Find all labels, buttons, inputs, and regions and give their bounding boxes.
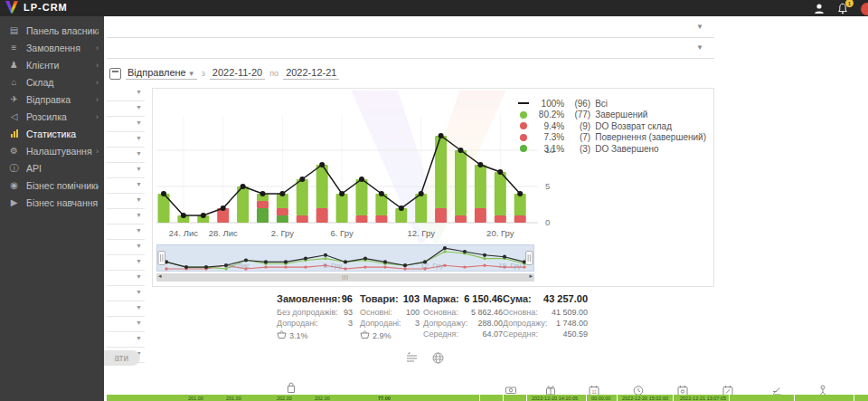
side-filter-select[interactable]: ▼ [107,194,145,209]
legend-count: (9) [564,121,590,131]
legend-item[interactable]: 3.1%(3)DO Завершено [517,143,706,155]
user-icon[interactable] [812,1,826,15]
line-point[interactable] [299,177,305,182]
bar-segment-returns[interactable] [316,208,328,223]
side-filter-select[interactable]: ▼ [107,209,145,224]
legend-item[interactable]: 7.3%(7)Повернення (завершений) [517,132,706,144]
bar-segment-returns[interactable] [257,201,269,208]
bar-segment-zavershenyi[interactable] [297,179,308,215]
summary-value: 96 [342,293,353,304]
side-filter-select[interactable]: ▼ [107,271,145,286]
legend-item[interactable]: 9.4%(9)DO Возврат склад [517,120,706,132]
logout-icon[interactable] [859,1,868,15]
line-point[interactable] [419,191,424,196]
bar-segment-returns[interactable] [514,215,526,223]
globe-icon[interactable] [431,351,446,366]
side-filter-select[interactable]: ▼ [107,86,145,101]
navigator-right-handle[interactable] [526,252,533,265]
side-filter-select[interactable]: ▼ [107,224,145,240]
sidebar-item-dashboard[interactable]: ▤Панель власника [0,22,104,39]
top-filter-select-2[interactable]: ▼ [107,39,714,59]
line-point[interactable] [439,133,444,138]
side-filter-select[interactable]: ▼ [107,148,145,163]
sidebar-item-orders[interactable]: ≡Замовлення› [0,39,104,56]
bar-segment-zavershenyi[interactable] [475,165,486,208]
side-filter-select[interactable]: ▼ [107,317,145,332]
line-point[interactable] [241,184,246,189]
bar-segment-returns[interactable] [277,208,288,215]
bar-segment-returns[interactable] [455,215,467,223]
bar-segment-zavershenyi[interactable] [336,194,348,223]
sidebar-item-megaphone[interactable]: ◁Розсилка› [0,108,104,125]
bar-segment-zavershenyi[interactable] [415,194,427,223]
side-filter-select[interactable]: ▼ [107,255,145,271]
line-point[interactable] [319,162,325,167]
navigator-left-handle[interactable] [158,252,165,265]
sidebar-item-statistics[interactable]: Статистика [0,125,104,142]
line-point[interactable] [359,177,364,182]
bar-segment-returns[interactable] [297,215,308,223]
sidebar-item-clients[interactable]: ♟Клієнти› [0,56,104,73]
line-point[interactable] [477,162,483,167]
bar-segment-zavershenyi[interactable] [356,179,368,215]
navigator-label: 5. Гру [323,262,342,270]
bar-segment-zavershenyi[interactable] [495,172,506,215]
sidebar-item-settings[interactable]: ⚙Налаштування› [0,142,104,159]
side-filter-select[interactable]: ▼ [107,178,145,194]
sidebar-item-training[interactable]: ▶Бізнес навчання [0,194,104,211]
line-point[interactable] [458,148,464,153]
top-filter-select-1[interactable]: ▼ [107,18,714,38]
bar-segment-returns[interactable] [475,208,486,223]
bar-segment-returns[interactable] [495,215,506,223]
date-to-input[interactable]: 2022-12-21 [283,67,339,80]
line-point[interactable] [260,191,266,196]
bar-segment-zavershenyi[interactable] [514,194,526,215]
side-filter-select[interactable]: ▼ [107,163,145,178]
side-filter-select[interactable]: ▼ [107,101,145,117]
summary-title-row: Товари:103 [360,293,420,304]
line-point[interactable] [399,205,404,211]
side-filter-select[interactable]: ▼ [107,240,145,255]
line-point[interactable] [181,213,186,218]
scrollbar-grip[interactable]: ||| [342,273,349,282]
bar-segment-returns[interactable] [356,215,368,223]
bar-segment-zavershenyi[interactable] [455,150,467,215]
side-filter-select[interactable]: ▼ [107,332,145,348]
line-point[interactable] [201,213,206,218]
date-type-dropdown[interactable]: Відправлене▼ [126,67,197,80]
line-point[interactable] [497,169,503,175]
bar-segment-do_zaversheno[interactable] [277,215,288,223]
side-filter-select[interactable]: ▼ [107,132,145,148]
chart-navigator[interactable]: 28. Лис5. Гру12. Гру19. Гру [156,244,534,272]
sidebar-item-api[interactable]: ⓘAPI [0,159,104,177]
scroll-right-icon[interactable]: ▸ [529,272,533,280]
line-point[interactable] [339,191,344,196]
line-point[interactable] [517,191,523,196]
main-chart[interactable]: 051024. Лис28. Лис2. Гру6. Гру12. Гру20.… [156,94,565,243]
line-point[interactable] [221,205,226,211]
side-filter-select[interactable]: ▼ [107,301,145,317]
chart-legend: 100%(96)Всі80.2%(77)Завершений9.4%(9)DO … [517,98,706,155]
sidebar-item-warehouse[interactable]: ⌂Склад› [0,73,104,91]
x-axis-tick-label: 12. Гру [408,228,436,238]
line-point[interactable] [279,191,285,196]
scroll-left-icon[interactable]: ◂ [158,272,162,280]
chart-scrollbar[interactable]: ◂ ||| ▸ [156,273,534,282]
navigator-returns-line-point [383,265,386,268]
bar-segment-returns[interactable] [375,215,387,223]
legend-item[interactable]: 80.2%(77)Завершений [517,110,706,121]
line-point[interactable] [379,191,384,196]
sidebar-item-assistants[interactable]: ◉Бізнес помічники [0,177,104,194]
line-point[interactable] [161,191,166,196]
notifications-bell-icon[interactable]: 1 [835,1,850,15]
legend-item[interactable]: 100%(96)Всі [517,98,706,110]
side-filter-select[interactable]: ▼ [107,117,145,132]
side-filter-select[interactable]: ▼ [107,286,145,301]
bar-segment-do_zaversheno[interactable] [257,208,269,223]
sidebar-item-shipping[interactable]: ✈Відправка› [0,91,104,108]
export-menu-icon[interactable] [405,351,420,366]
table-row[interactable]: 201.00201.00202.00202.0077.002022-12-20 … [107,395,868,401]
date-from-input[interactable]: 2022-11-20 [210,67,265,80]
summary-title: Товари: [360,293,399,304]
bar-segment-returns[interactable] [435,208,447,223]
